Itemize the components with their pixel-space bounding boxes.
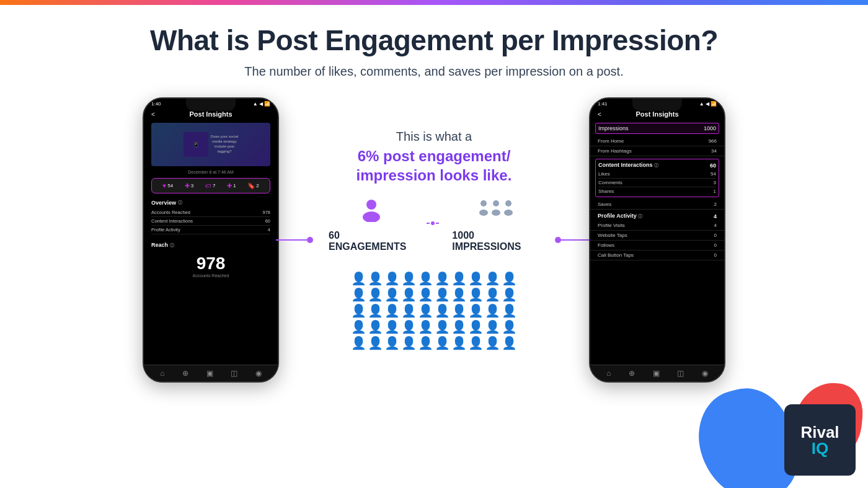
overview-row-activity: Profile Activity 4	[151, 226, 270, 234]
left-signals: ▲ ◀ 📶	[253, 101, 270, 107]
impressions-highlighted-row: Impressions 1000	[595, 123, 719, 134]
eng-plus3: ✚ 1	[227, 182, 236, 189]
nav-home-icon[interactable]: ⌂	[160, 369, 164, 378]
saves-value: 2	[714, 202, 717, 207]
left-status-bar: 1:40 ▲ ◀ 📶	[144, 99, 278, 108]
right-back-button[interactable]: <	[598, 111, 601, 118]
from-hashtags-value: 34	[711, 148, 717, 154]
person-gray-18: 👤	[401, 303, 417, 318]
person-colored-3: 👤	[384, 271, 400, 286]
left-line	[276, 239, 307, 241]
shares-row: Shares 1	[598, 187, 716, 195]
person-gray-35: 👤	[351, 335, 366, 350]
person-gray-10: 👤	[435, 287, 450, 302]
nav-shop-icon[interactable]: ◫	[231, 369, 237, 378]
website-taps-row: Website Taps 0	[590, 231, 724, 241]
comments-label: Comments	[598, 180, 622, 185]
person-gray-29: 👤	[418, 319, 433, 334]
person-colored-2: 👤	[368, 271, 383, 286]
impressions-row-value: 1000	[704, 125, 716, 131]
corner-decoration: Rival IQ	[694, 364, 868, 488]
follows-label: Follows	[598, 242, 614, 248]
overview-interactions-value: 60	[265, 218, 270, 224]
from-home-row: From Home 966	[590, 136, 724, 146]
person-gray-23: 👤	[485, 303, 500, 318]
person-gray-5: 👤	[351, 287, 366, 302]
reach-section: Reach ⓘ 978 Accounts Reached	[144, 238, 278, 282]
overview-section: Overview ⓘ Accounts Reached 978 Content …	[144, 196, 278, 238]
follows-value: 0	[714, 242, 717, 248]
overview-row-reached: Accounts Reached 978	[151, 208, 270, 217]
profile-visits-row: Profile Visits 4	[590, 221, 724, 231]
left-dot	[307, 237, 313, 243]
nav-search-icon[interactable]: ⊕	[182, 369, 188, 378]
person-gray-38: 👤	[401, 335, 417, 350]
heart-count: 54	[167, 183, 173, 189]
right-nav-calendar-icon[interactable]: ▣	[653, 369, 660, 378]
left-phone-content: 📱 Does your socialmedia strategyinclude …	[144, 120, 278, 378]
plus3-count: 1	[233, 183, 236, 189]
right-signals: ▲ ◀ 📶	[699, 101, 717, 107]
content-interactions-value: 60	[710, 162, 716, 169]
bold-text-line2: looks like.	[440, 167, 512, 184]
overview-reached-label: Accounts Reached	[151, 210, 190, 215]
person-gray-6: 👤	[368, 287, 383, 302]
nav-calendar-icon[interactable]: ▣	[206, 369, 213, 378]
follows-row: Follows 0	[590, 241, 724, 251]
comments-row: Comments 3	[598, 179, 716, 187]
person-gray-37: 👤	[384, 335, 400, 350]
svg-point-10	[504, 210, 513, 216]
person-gray-36: 👤	[368, 335, 383, 350]
from-home-label: From Home	[598, 138, 624, 144]
call-button-label: Call Button Taps	[598, 252, 634, 258]
svg-point-0	[366, 200, 376, 210]
right-nav-shop-icon[interactable]: ◫	[677, 369, 684, 378]
person-gray-2: 👤	[468, 271, 484, 286]
right-time: 1:41	[598, 101, 608, 107]
from-hashtags-row: From Hashtags 34	[590, 146, 724, 156]
right-phone: 1:41 ▲ ◀ 📶 < Post Insights Impressions 1…	[589, 97, 725, 383]
overview-title-text: Overview	[151, 200, 176, 206]
person-gray-14: 👤	[502, 287, 517, 302]
overview-interactions-label: Content Interactions	[151, 218, 193, 224]
overview-activity-value: 4	[268, 227, 270, 233]
likes-row: Likes 54	[598, 170, 716, 179]
impressions-label: 1000 IMPRESSIONS	[452, 230, 539, 252]
right-nav-home-icon[interactable]: ⌂	[606, 369, 611, 378]
middle-section: This is what a 6% post engagement/ impre…	[310, 130, 558, 350]
eng-bookmark: 🔖 2	[247, 182, 259, 189]
reach-title: Reach ⓘ	[151, 242, 270, 249]
person-gray-11: 👤	[451, 287, 467, 302]
likes-value: 54	[711, 171, 716, 177]
person-gray-33: 👤	[485, 319, 500, 334]
overview-activity-label: Profile Activity	[151, 227, 180, 233]
right-header-title: Post Insights	[636, 110, 678, 118]
nav-profile-icon[interactable]: ◉	[255, 369, 262, 378]
top-gradient-bar	[0, 0, 868, 5]
main-content: What is Post Engagement per Impression? …	[0, 5, 868, 395]
content-interactions-section: Content Interactions ⓘ 60 Likes 54 Comme…	[595, 159, 719, 197]
post-image-inner: 📱 Does your socialmedia strategyinclude …	[151, 123, 270, 166]
left-back-button[interactable]: <	[151, 111, 155, 118]
page-title: What is Post Engagement per Impression?	[150, 24, 718, 57]
profile-activity-title-row: Profile Activity ⓘ 4	[590, 210, 724, 221]
profile-visits-value: 4	[714, 223, 717, 228]
eng-plus2: 🏷 7	[205, 182, 215, 189]
right-nav-search-icon[interactable]: ⊕	[629, 369, 635, 378]
post-date: December 8 at 7:46 AM	[144, 169, 278, 175]
svg-point-7	[493, 200, 499, 206]
profile-activity-label: Profile Activity ⓘ	[598, 213, 642, 220]
person-gray-4: 👤	[502, 271, 517, 286]
from-home-value: 966	[709, 138, 717, 144]
right-connector	[555, 237, 592, 243]
rival-iq-iq: IQ	[812, 440, 828, 456]
person-gray-28: 👤	[401, 319, 417, 334]
rival-iq-badge: Rival IQ	[784, 404, 856, 476]
eng-heart: ♥ 54	[162, 182, 173, 189]
person-colored-4: 👤	[401, 271, 417, 286]
svg-point-9	[505, 200, 512, 206]
this-is-text: This is what a	[396, 130, 472, 144]
content-interactions-label: Content Interactions ⓘ	[598, 162, 658, 169]
left-header-title: Post Insights	[189, 110, 232, 118]
profile-activity-value: 4	[714, 213, 717, 220]
